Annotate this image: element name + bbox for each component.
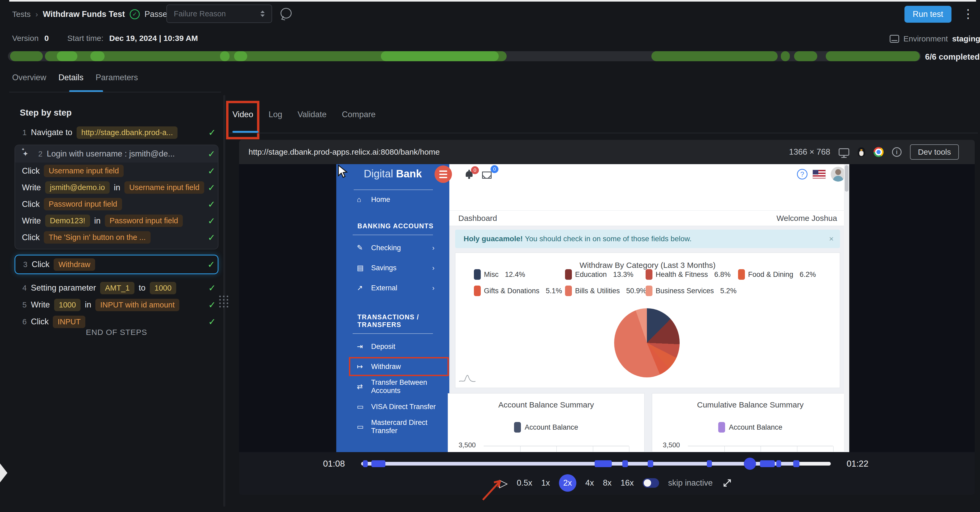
step-number: 1 <box>20 128 27 137</box>
legend-label: Education <box>575 271 607 279</box>
messages-icon[interactable] <box>482 171 492 179</box>
legend-value: 5.2% <box>720 287 737 295</box>
video-player: http://stage.dbank.prod-apps.relicx.ai:8… <box>239 140 975 495</box>
speed-8x[interactable]: 8x <box>603 478 611 488</box>
timeline-event-marker[interactable] <box>707 460 712 467</box>
withdraw-icon: ↦ <box>357 362 368 371</box>
tab-parameters[interactable]: Parameters <box>95 73 138 82</box>
step-row[interactable]: ClickThe 'Sign in' button on the ...✓ <box>15 229 218 246</box>
sidebar-item-withdraw[interactable]: ↦Withdraw <box>336 357 449 377</box>
video-timeline[interactable] <box>361 462 831 466</box>
step-row-selected[interactable]: 3ClickWithdraw✓ <box>14 255 218 274</box>
sidebar-item-label: Withdraw <box>371 363 401 371</box>
speed-1x[interactable]: 1x <box>541 478 550 488</box>
step-group-header[interactable]: ✦✦2Login with username : jsmith@de...✓ <box>15 145 218 163</box>
withdraw-category-card: Withdraw By Category (Last 3 Months) Mis… <box>455 252 840 388</box>
run-test-button[interactable]: Run test <box>904 6 951 23</box>
sidebar-item-mastercard-direct-transfer[interactable]: ▭Mastercard Direct Transfer <box>336 417 449 437</box>
info-icon[interactable] <box>892 147 902 157</box>
step-success-icon: ✓ <box>208 259 215 270</box>
sidebar-divider <box>353 235 433 235</box>
timeline-event-marker[interactable] <box>363 460 368 467</box>
speed-16x[interactable]: 16x <box>620 478 634 488</box>
speed-0.5x[interactable]: 0.5x <box>517 478 532 488</box>
help-icon[interactable] <box>797 169 808 179</box>
step-target-chip: http://stage.dbank.prod-a... <box>76 127 178 139</box>
us-flag-icon[interactable] <box>813 170 826 178</box>
avatar[interactable] <box>831 167 846 182</box>
legend-swatch <box>474 285 481 296</box>
cash-icon: ▤ <box>357 264 368 272</box>
step-row[interactable]: 1Navigate tohttp://stage.dbank.prod-a...… <box>14 124 218 141</box>
start-time-value: Dec 19, 2024 | 10:39 AM <box>109 34 198 43</box>
step-row[interactable]: Writejsmith@demo.ioinUsername input fiel… <box>15 179 218 196</box>
step-success-icon: ✓ <box>208 127 216 138</box>
timeline-event-marker[interactable] <box>622 460 628 467</box>
environment-icon <box>890 35 899 43</box>
environment-info: Environment staging <box>890 34 980 43</box>
legend-label: Gifts & Donations <box>484 287 539 295</box>
drawer-expander[interactable] <box>0 463 7 482</box>
sidebar-item-transfer-between-accounts[interactable]: ⇄Transfer Between Accounts <box>336 377 449 397</box>
timeline-event-marker[interactable] <box>793 460 799 467</box>
detail-tab-log[interactable]: Log <box>269 110 282 119</box>
speed-2x[interactable]: 2x <box>559 474 576 492</box>
video-frame[interactable]: Digital Bank ⌂HomeBANKING ACCOUNTS✎Check… <box>239 164 975 452</box>
step-target-chip: Username input field <box>124 181 204 194</box>
timeline-event-marker[interactable] <box>760 460 775 467</box>
sidebar-item-deposit[interactable]: ⇥Deposit <box>336 336 449 357</box>
balance-legend: Account Balance <box>652 422 848 433</box>
timeline-event-marker[interactable] <box>776 460 781 467</box>
sidebar-item-external[interactable]: ↗External› <box>336 278 449 298</box>
sidebar-item-home[interactable]: ⌂Home <box>336 192 449 207</box>
select-arrows-icon <box>261 11 265 17</box>
legend-swatch <box>738 269 745 280</box>
detail-tab-compare[interactable]: Compare <box>342 110 375 119</box>
alert-close-icon[interactable]: × <box>829 230 834 248</box>
pie-legend-item: Education13.3% <box>565 269 633 280</box>
tab-overview[interactable]: Overview <box>12 73 46 82</box>
step-action-text: in <box>85 300 91 309</box>
failure-reason-select[interactable]: Failure Reason <box>166 5 272 23</box>
legend-swatch <box>646 285 652 296</box>
sidebar-toggle-button[interactable] <box>434 165 452 183</box>
step-target-chip: Username input field <box>44 165 124 177</box>
step-row[interactable]: 5Write1000inINPUT with id amount✓ <box>14 296 218 313</box>
legend-value: 50.9% <box>626 287 647 295</box>
timeline-playhead[interactable] <box>744 458 756 470</box>
step-row[interactable]: 4Setting parameterAMT_1to1000✓ <box>14 279 218 296</box>
more-options-icon[interactable]: ⋮ <box>962 5 974 22</box>
tab-details[interactable]: Details <box>58 73 83 82</box>
sidebar-item-label: Savings <box>371 264 396 272</box>
dev-tools-button[interactable]: Dev tools <box>910 144 959 160</box>
sparkline-icon <box>458 373 476 383</box>
speed-4x[interactable]: 4x <box>585 478 594 488</box>
step-action-text: Click <box>22 166 40 176</box>
timeline-event-marker[interactable] <box>595 460 612 467</box>
tabs-divider <box>9 92 221 92</box>
run-progress-bar[interactable] <box>8 51 921 61</box>
breadcrumb-tests-link[interactable]: Tests <box>12 10 31 19</box>
step-target-chip: Password input field <box>105 214 183 227</box>
sidebar-item-visa-direct-transfer[interactable]: ▭VISA Direct Transfer <box>336 397 449 417</box>
step-row[interactable]: ClickPassword input field✓ <box>15 196 218 212</box>
comment-icon[interactable] <box>280 8 292 19</box>
timeline-event-marker[interactable] <box>648 460 653 467</box>
step-row[interactable]: WriteDemo123!inPassword input field✓ <box>15 212 218 229</box>
legend-value: 6.8% <box>714 271 731 279</box>
bank-sidebar-menu: ⌂HomeBANKING ACCOUNTS✎Checking›▤Savings›… <box>336 192 449 437</box>
step-success-icon: ✓ <box>208 182 216 193</box>
progress-segment <box>10 51 43 61</box>
step-action-text: Write <box>22 216 41 226</box>
panel-resize-handle[interactable] <box>219 296 229 308</box>
sidebar-item-checking[interactable]: ✎Checking› <box>336 238 449 258</box>
detail-tab-validate[interactable]: Validate <box>298 110 326 119</box>
step-action-text: to <box>139 283 146 293</box>
fullscreen-icon[interactable] <box>722 477 733 488</box>
skip-inactive-toggle[interactable] <box>643 478 659 488</box>
sidebar-item-savings[interactable]: ▤Savings› <box>336 258 449 278</box>
skip-inactive-label: skip inactive <box>668 478 713 488</box>
timeline-event-marker[interactable] <box>371 460 385 467</box>
step-row[interactable]: ClickUsername input field✓ <box>15 163 218 179</box>
progress-segment <box>381 51 499 61</box>
